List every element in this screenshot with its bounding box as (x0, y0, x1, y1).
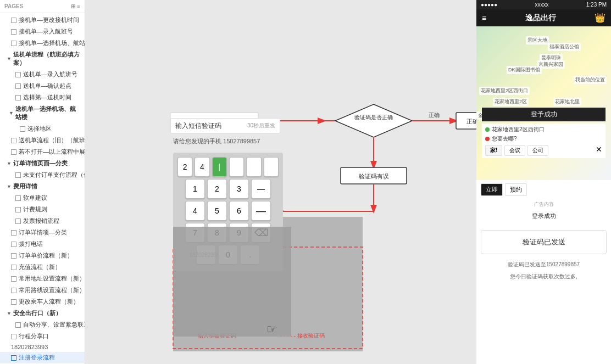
sidebar-group-0[interactable]: ▼送机单流程（航班必填方案） (0, 49, 85, 69)
kb-key-pipe[interactable]: | (212, 157, 227, 177)
svg-text:验证码是否正确: 验证码是否正确 (354, 114, 393, 120)
phone-mockup: ●●●●● xxxxx 1:23 PM ≡ 逸品出行 👑 福泰酒店公馆 景区大地… (476, 0, 611, 364)
sidebar-item-21[interactable]: 常用地址设置流程（新） (0, 273, 85, 284)
dest-types: 家! 会议 公司 ✕ (485, 145, 602, 156)
sidebar-item-22[interactable]: 常用路线设置流程（新） (0, 284, 85, 296)
input-label: 输入短信验证码 (175, 121, 221, 131)
sidebar-title: PAGES (4, 3, 23, 9)
sidebar-item-25[interactable]: 自动分享、设置紧急联系人 (0, 319, 85, 331)
map-label-1: 景区大地 (526, 36, 549, 44)
sidebar-item-14[interactable]: 软单建议 (0, 192, 85, 204)
sidebar-item-15[interactable]: 计费规则 (0, 204, 85, 215)
svg-text:正确: 正确 (429, 112, 440, 118)
map-label-6: 花家地西里2区西街口 (479, 87, 530, 95)
bottom-panel: 立即 预约 广告内容 登录成功 (476, 180, 611, 226)
map-label-5: 我当前的位置 (574, 76, 607, 84)
kb-key-2b[interactable]: 2 (207, 179, 227, 199)
verify-warning-1: 验证码已发送至15027899857 (476, 259, 611, 271)
location1: 花家地西里2区西街口 (492, 126, 545, 133)
kb-key-4b[interactable]: 4 (185, 201, 205, 221)
sidebar-item-23[interactable]: 更改乘车人流程（新） (0, 296, 85, 307)
sidebar-item-4[interactable]: 送机单—录入航班号 (0, 69, 85, 80)
phone-title-bar: ≡ 逸品出行 👑 (476, 9, 611, 26)
phone-hint: 请给您发现的手机 15027899857 (173, 137, 260, 145)
dest-tag-meeting[interactable]: 会议 (504, 145, 525, 156)
location-row-2: 您要去哪? (485, 135, 602, 143)
sidebar-item-19[interactable]: 订单单价流程（新） (0, 250, 85, 261)
kb-row-3: 4 5 6 — (177, 201, 279, 221)
main-content: 输入短信验证码 30秒后重发 验证码是否正确 正确 正确 验证码有误 输入框输验… (85, 0, 611, 364)
sidebar-header: PAGES ⊞ ≡ (0, 0, 85, 13)
sms-input-bar[interactable]: 输入短信验证码 30秒后重发 (170, 118, 280, 133)
sidebar-group-2[interactable]: ▼订单详情页面—分类 (0, 158, 85, 169)
tab-row: 立即 预约 (481, 183, 607, 196)
login-success: 登录成功 (481, 210, 607, 222)
close-overlay-btn[interactable]: ✕ (596, 145, 602, 156)
sidebar-item-17[interactable]: 订单详情项—分类 (0, 227, 85, 238)
kb-key-5[interactable]: 5 (207, 201, 227, 221)
crown-icon: 👑 (595, 13, 606, 23)
green-dot (485, 127, 490, 132)
red-dot (485, 137, 490, 141)
status-bar: ●●●●● xxxxx 1:23 PM (476, 0, 611, 9)
sidebar-item-12[interactable]: 未支付订单支付流程（修改） (0, 169, 85, 181)
phone-map: 福泰酒店公馆 景区大地 昆泰明珠 京新兴家园 DK国际图书馆 我当前的位置 花家… (476, 26, 611, 180)
sidebar-group-3[interactable]: ▼费用详情 (0, 181, 85, 192)
sidebar-item-register[interactable]: 注册登录流程 (0, 352, 85, 363)
cursor-hand: ☞ (266, 322, 277, 337)
sidebar-item-27: 18202823993 (0, 342, 85, 352)
svg-text:验证码有误: 验证码有误 (359, 173, 389, 180)
resend-button[interactable]: 30秒后重发 (247, 122, 275, 130)
sidebar-item-2[interactable]: 接机单—选择机场、航站楼 (0, 37, 85, 49)
sidebar-item-1[interactable]: 接机单—录入航班号 (0, 26, 85, 37)
sidebar-nav: 接机单—更改接机时间 接机单—录入航班号 接机单—选择机场、航站楼 ▼送机单流程… (0, 13, 85, 364)
kb-key-6[interactable]: 6 (229, 201, 249, 221)
kb-key-longdash[interactable]: — (251, 201, 271, 221)
sidebar-item-10[interactable]: 若不打开—以上流程中展示页面 (0, 146, 85, 158)
tab-immediate[interactable]: 立即 (481, 183, 503, 196)
kb-key-empty2[interactable] (246, 157, 261, 177)
bottom-overlay: 花家地西里2区西街口 您要去哪? 家! 会议 公司 ✕ (482, 124, 606, 158)
app-name: 逸品出行 (525, 13, 556, 23)
kb-key-4[interactable]: 4 (195, 157, 209, 177)
dest-tag-home[interactable]: 家! (485, 145, 502, 156)
gray-overlay (173, 227, 291, 337)
sidebar-item-16[interactable]: 发票报销流程 (0, 215, 85, 227)
sidebar-item-18[interactable]: 拨打电话 (0, 238, 85, 250)
kb-key-2[interactable]: 2 (177, 157, 192, 177)
kb-row-1: 2 4 | (177, 157, 279, 177)
kb-key-empty3[interactable] (264, 157, 279, 177)
dest-tag-company[interactable]: 公司 (527, 145, 548, 156)
sidebar-group-4[interactable]: ▼安全出行口（新） (0, 307, 85, 319)
kb-key-dash[interactable]: — (251, 179, 271, 199)
map-label-7: 花家地西里2区 (493, 98, 529, 106)
sidebar-item-8[interactable]: 选择地区 (0, 123, 85, 135)
sidebar-icons: ⊞ ≡ (71, 3, 80, 9)
location2: 您要去哪? (492, 135, 517, 143)
verify-sent: 验证码已发送 (481, 230, 607, 254)
sidebar-item-20[interactable]: 充值流程（新） (0, 261, 85, 273)
sidebar-item-5[interactable]: 送机单—确认起点 (0, 80, 85, 92)
kb-key-3[interactable]: 3 (229, 179, 249, 199)
success-overlay: 登予成功 花家地西里2区西街口 您要去哪? 家! 会议 (482, 108, 606, 158)
kb-key-1[interactable]: 1 (185, 179, 205, 199)
sidebar-item-0[interactable]: 接机单—更改接机时间 (0, 14, 85, 26)
tab-reserved[interactable]: 预约 (505, 183, 527, 196)
svg-marker-5 (335, 104, 412, 137)
time: 1:23 PM (586, 2, 607, 8)
sidebar: PAGES ⊞ ≡ 接机单—更改接机时间 接机单—录入航班号 接机单—选择机场、… (0, 0, 85, 364)
sidebar-item-6[interactable]: 选择第—送机时间 (0, 92, 85, 103)
map-label-8: 花家地北里 (553, 98, 581, 106)
phone-panel: ●●●●● xxxxx 1:23 PM ≡ 逸品出行 👑 福泰酒店公馆 景区大地… (476, 0, 611, 364)
signal-dots: ●●●●● (481, 2, 497, 8)
ad-banner: 广告内容 (481, 199, 607, 210)
kb-key-empty1[interactable] (229, 157, 244, 177)
carrier: xxxxx (535, 2, 548, 8)
sidebar-group-1[interactable]: ▼送机单—选择机场、航站楼 (0, 103, 85, 123)
map-label-4: DK国际图书馆 (507, 66, 542, 74)
sidebar-item-26[interactable]: 行程分享口 (0, 331, 85, 342)
sidebar-item-9[interactable]: 送机单流程（旧）（航班非必填） (0, 135, 85, 146)
kb-row-2: 1 2 3 — (177, 179, 279, 199)
menu-icon[interactable]: ≡ (482, 14, 486, 23)
success-banner: 登予成功 (482, 108, 606, 121)
